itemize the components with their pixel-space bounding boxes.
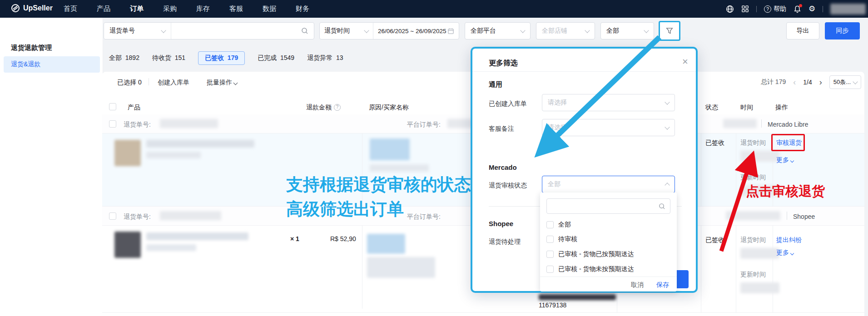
update-time-redacted <box>740 282 779 293</box>
status-select[interactable]: 全部 <box>600 22 654 40</box>
more-filters-button[interactable] <box>659 21 680 41</box>
chevron-down-icon <box>364 28 369 33</box>
order-title-redacted <box>539 294 616 300</box>
sync-button[interactable]: 同步 <box>825 22 860 40</box>
row-status: 已签收 <box>705 139 724 147</box>
col-time: 时间 <box>740 104 753 111</box>
brand-logo[interactable]: UpSeller <box>11 4 53 13</box>
export-button[interactable]: 导出 <box>786 22 819 40</box>
group-divider <box>787 212 787 220</box>
toolbar-divider <box>149 78 149 85</box>
time-range-combo: 退货时间 26/06/2025 ~ 26/09/2025 <box>319 22 459 40</box>
search-type-value: 退货单号 <box>109 27 135 35</box>
option-checkbox[interactable] <box>546 251 554 258</box>
current-page: 1/4 <box>803 79 812 86</box>
help-button[interactable]: ? 帮助 <box>764 5 786 13</box>
nav-item-purchase[interactable]: 采购 <box>163 5 177 13</box>
sidebar-title: 退货退款管理 <box>11 44 52 52</box>
prev-page-button[interactable]: ‹ <box>793 78 796 86</box>
tab-signed[interactable]: 已签收 179 <box>198 51 245 65</box>
sidebar-item-returns-refunds[interactable]: 退货&退款 <box>4 56 100 73</box>
row-checkbox[interactable] <box>109 120 116 128</box>
option-checkbox[interactable] <box>546 236 554 243</box>
product-title-redacted <box>146 232 248 240</box>
product-image-redacted <box>114 140 141 166</box>
store-select[interactable]: 全部店铺 <box>536 22 595 40</box>
product-image-redacted <box>114 232 141 258</box>
inbound-select[interactable]: 请选择 <box>542 94 675 111</box>
time-type-select[interactable]: 退货时间 <box>320 23 373 39</box>
dropdown-option-audited-delivered[interactable]: 已审核 - 货物已按预期送达 <box>546 250 634 258</box>
selected-count: 已选择 0 <box>117 79 142 86</box>
tab-completed[interactable]: 已完成 1549 <box>258 54 294 62</box>
time-type-value: 退货时间 <box>324 27 350 35</box>
language-globe-icon[interactable] <box>726 5 734 13</box>
search-input[interactable] <box>171 23 314 39</box>
date-range-value: 26/06/2025 ~ 26/09/2025 <box>378 28 446 35</box>
settings-gear-icon[interactable]: ⚙ <box>808 5 815 13</box>
product-title-redacted <box>146 140 254 148</box>
option-checkbox[interactable] <box>546 221 554 228</box>
update-time-label: 更新时间 <box>740 271 766 278</box>
nav-item-products[interactable]: 产品 <box>97 5 110 13</box>
notification-bell-icon[interactable] <box>794 5 801 13</box>
tab-return-abnormal[interactable]: 退货异常 13 <box>307 54 343 62</box>
platform-name: Mercado Libre <box>768 121 808 128</box>
page-size-select[interactable]: 50条... <box>829 75 861 89</box>
return-no-label: 退货单号: <box>124 121 151 128</box>
product-subtitle-redacted <box>146 152 201 158</box>
row-checkbox[interactable] <box>109 212 116 220</box>
option-checkbox[interactable] <box>546 266 554 273</box>
filter-funnel-icon <box>665 27 674 35</box>
dropdown-option-audited-not-delivered[interactable]: 已审核 - 货物未按预期送达 <box>546 265 634 273</box>
nav-item-service[interactable]: 客服 <box>229 5 243 13</box>
create-inbound-button[interactable]: 创建入库单 <box>158 79 189 86</box>
batch-actions-button[interactable]: 批量操作 <box>207 79 237 86</box>
dropdown-save-button[interactable]: 保存 <box>656 281 669 289</box>
select-all-checkbox[interactable] <box>109 103 116 110</box>
nav-item-data[interactable]: 数据 <box>263 5 276 13</box>
more-actions-link[interactable]: 更多 <box>776 249 794 257</box>
status-tabs: 全部 1892 待收货 151 已签收 179 已完成 1549 退货异常 13 <box>109 51 343 65</box>
amount-tooltip-icon[interactable]: ? <box>334 104 341 111</box>
dropdown-option-pending-audit[interactable]: 待审核 <box>546 235 577 243</box>
more-actions-link[interactable]: 更多 <box>776 156 794 164</box>
section-mercado: Mercado <box>489 163 517 172</box>
dropdown-cancel-button[interactable]: 取消 <box>631 281 644 289</box>
buyer-name-redacted <box>370 164 429 172</box>
dropdown-search-input[interactable] <box>546 198 670 214</box>
field-cs-note-label: 客服备注 <box>489 125 514 133</box>
col-product: 产品 <box>128 104 140 111</box>
return-no-search-combo: 退货单号 <box>104 22 314 40</box>
return-no-redacted <box>160 119 218 128</box>
row-status: 已签收 <box>705 236 724 244</box>
sidebar-item-label: 退货&退款 <box>11 60 40 69</box>
field-inbound-label: 已创建入库单 <box>489 100 527 108</box>
platform-order-number: 11679138 <box>539 301 566 309</box>
modal-title: 更多筛选 <box>489 59 518 67</box>
product-quantity: × 1 <box>290 235 299 243</box>
nav-item-inventory[interactable]: 库存 <box>196 5 210 13</box>
user-account-redacted[interactable] <box>830 4 866 15</box>
nav-item-orders[interactable]: 订单 <box>130 5 144 13</box>
date-range-picker[interactable]: 26/06/2025 ~ 26/09/2025 <box>373 23 459 39</box>
apps-grid-icon[interactable] <box>741 5 749 13</box>
sync-label: 同步 <box>836 27 849 35</box>
audit-status-select[interactable]: 全部 <box>542 176 675 193</box>
chevron-up-icon <box>665 183 670 188</box>
nav-item-finance[interactable]: 财务 <box>296 5 309 13</box>
raise-dispute-link[interactable]: 提出纠纷 <box>776 236 802 244</box>
search-type-select[interactable]: 退货单号 <box>104 23 171 39</box>
tab-awaiting-receipt[interactable]: 待收货 151 <box>152 54 185 62</box>
search-icon <box>659 203 665 210</box>
upseller-logo-icon <box>11 4 20 13</box>
platform-select[interactable]: 全部平台 <box>465 22 531 40</box>
nav-item-home[interactable]: 首页 <box>64 5 77 13</box>
navbar-divider <box>823 6 823 12</box>
dropdown-option-all[interactable]: 全部 <box>546 221 571 229</box>
next-page-button[interactable]: › <box>819 78 822 86</box>
modal-close-icon[interactable]: × <box>682 56 688 68</box>
cs-note-select[interactable]: 请选择 <box>542 119 675 136</box>
tab-all[interactable]: 全部 1892 <box>109 54 139 62</box>
reason-chip-redacted <box>367 234 405 254</box>
